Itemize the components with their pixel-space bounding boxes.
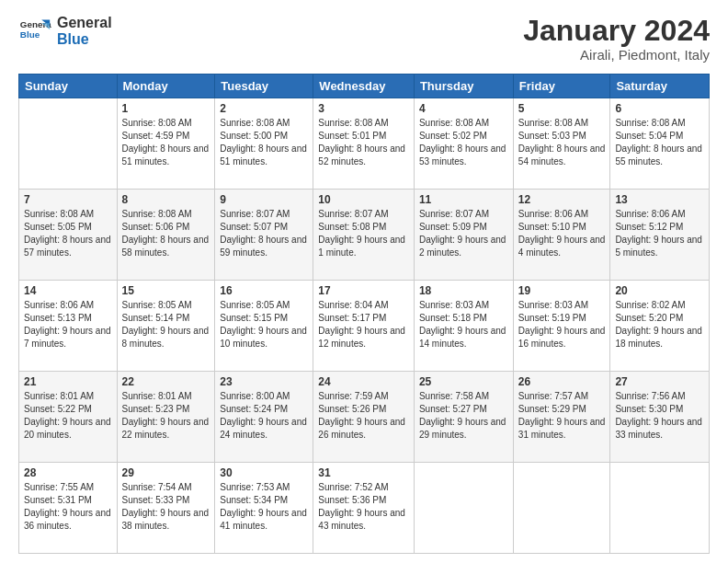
day-info: Sunrise: 7:55 AM Sunset: 5:31 PM Dayligh…: [24, 481, 112, 533]
page: General Blue General Blue January 2024 A…: [0, 0, 728, 563]
day-number: 21: [24, 375, 112, 388]
calendar-cell: 25Sunrise: 7:58 AM Sunset: 5:27 PM Dayli…: [414, 372, 513, 463]
day-info: Sunrise: 8:07 AM Sunset: 5:08 PM Dayligh…: [318, 208, 409, 259]
day-number: 22: [122, 375, 210, 388]
logo-blue-text: Blue: [57, 31, 112, 48]
header: General Blue General Blue January 2024 A…: [18, 15, 710, 63]
day-number: 1: [122, 102, 210, 115]
day-info: Sunrise: 7:56 AM Sunset: 5:30 PM Dayligh…: [615, 390, 704, 442]
col-header-friday: Friday: [513, 75, 610, 98]
calendar-cell: 18Sunrise: 8:03 AM Sunset: 5:18 PM Dayli…: [414, 281, 513, 372]
calendar-week-4: 21Sunrise: 8:01 AM Sunset: 5:22 PM Dayli…: [19, 372, 710, 463]
day-info: Sunrise: 8:03 AM Sunset: 5:18 PM Dayligh…: [419, 299, 508, 350]
day-info: Sunrise: 8:01 AM Sunset: 5:23 PM Dayligh…: [122, 390, 210, 442]
day-number: 15: [122, 284, 210, 297]
col-header-tuesday: Tuesday: [215, 75, 313, 98]
month-title: January 2024: [523, 15, 710, 47]
day-number: 3: [318, 102, 409, 115]
col-header-saturday: Saturday: [610, 75, 710, 98]
day-number: 19: [518, 284, 606, 297]
calendar-cell: 22Sunrise: 8:01 AM Sunset: 5:23 PM Dayli…: [117, 372, 215, 463]
calendar-cell: 3Sunrise: 8:08 AM Sunset: 5:01 PM Daylig…: [313, 98, 415, 190]
calendar-cell: 12Sunrise: 8:06 AM Sunset: 5:10 PM Dayli…: [513, 190, 610, 281]
day-number: 27: [615, 375, 704, 388]
day-info: Sunrise: 7:57 AM Sunset: 5:29 PM Dayligh…: [518, 390, 606, 442]
day-info: Sunrise: 8:08 AM Sunset: 5:05 PM Dayligh…: [24, 208, 112, 259]
day-info: Sunrise: 8:08 AM Sunset: 5:03 PM Dayligh…: [518, 117, 606, 168]
day-number: 13: [615, 193, 704, 206]
calendar-cell: 16Sunrise: 8:05 AM Sunset: 5:15 PM Dayli…: [215, 281, 313, 372]
calendar-cell: 1Sunrise: 8:08 AM Sunset: 4:59 PM Daylig…: [117, 98, 215, 190]
calendar-cell: 28Sunrise: 7:55 AM Sunset: 5:31 PM Dayli…: [19, 463, 118, 554]
day-number: 14: [24, 284, 112, 297]
day-info: Sunrise: 7:58 AM Sunset: 5:27 PM Dayligh…: [419, 390, 508, 442]
logo-icon: General Blue: [18, 15, 51, 48]
day-info: Sunrise: 8:06 AM Sunset: 5:10 PM Dayligh…: [518, 208, 606, 259]
calendar-cell: 17Sunrise: 8:04 AM Sunset: 5:17 PM Dayli…: [313, 281, 415, 372]
calendar-cell: 23Sunrise: 8:00 AM Sunset: 5:24 PM Dayli…: [215, 372, 313, 463]
day-number: 29: [122, 466, 210, 479]
calendar-cell: 24Sunrise: 7:59 AM Sunset: 5:26 PM Dayli…: [313, 372, 415, 463]
day-info: Sunrise: 8:08 AM Sunset: 5:02 PM Dayligh…: [419, 117, 508, 168]
col-header-wednesday: Wednesday: [313, 75, 415, 98]
day-number: 31: [318, 466, 409, 479]
day-number: 12: [518, 193, 606, 206]
day-info: Sunrise: 8:03 AM Sunset: 5:19 PM Dayligh…: [518, 299, 606, 350]
day-number: 4: [419, 102, 508, 115]
col-header-sunday: Sunday: [19, 75, 118, 98]
calendar-cell: 5Sunrise: 8:08 AM Sunset: 5:03 PM Daylig…: [513, 98, 610, 190]
day-number: 8: [122, 193, 210, 206]
day-number: 2: [220, 102, 308, 115]
calendar-cell: 27Sunrise: 7:56 AM Sunset: 5:30 PM Dayli…: [610, 372, 710, 463]
calendar-cell: 11Sunrise: 8:07 AM Sunset: 5:09 PM Dayli…: [414, 190, 513, 281]
logo: General Blue General Blue: [18, 15, 112, 48]
day-info: Sunrise: 8:07 AM Sunset: 5:09 PM Dayligh…: [419, 208, 508, 259]
calendar-cell: 4Sunrise: 8:08 AM Sunset: 5:02 PM Daylig…: [414, 98, 513, 190]
calendar-cell: [610, 463, 710, 554]
calendar-cell: 9Sunrise: 8:07 AM Sunset: 5:07 PM Daylig…: [215, 190, 313, 281]
calendar-cell: [414, 463, 513, 554]
day-info: Sunrise: 7:52 AM Sunset: 5:36 PM Dayligh…: [318, 481, 409, 533]
day-number: 6: [615, 102, 704, 115]
day-number: 16: [220, 284, 308, 297]
calendar-week-3: 14Sunrise: 8:06 AM Sunset: 5:13 PM Dayli…: [19, 281, 710, 372]
day-info: Sunrise: 7:54 AM Sunset: 5:33 PM Dayligh…: [122, 481, 210, 533]
calendar-cell: 2Sunrise: 8:08 AM Sunset: 5:00 PM Daylig…: [215, 98, 313, 190]
calendar-cell: 7Sunrise: 8:08 AM Sunset: 5:05 PM Daylig…: [19, 190, 118, 281]
calendar-cell: 14Sunrise: 8:06 AM Sunset: 5:13 PM Dayli…: [19, 281, 118, 372]
day-number: 24: [318, 375, 409, 388]
col-header-thursday: Thursday: [414, 75, 513, 98]
day-number: 28: [24, 466, 112, 479]
day-info: Sunrise: 8:05 AM Sunset: 5:15 PM Dayligh…: [220, 299, 308, 350]
calendar-cell: 6Sunrise: 8:08 AM Sunset: 5:04 PM Daylig…: [610, 98, 710, 190]
svg-text:Blue: Blue: [20, 29, 40, 40]
calendar-cell: [513, 463, 610, 554]
location-subtitle: Airali, Piedmont, Italy: [523, 47, 710, 63]
day-info: Sunrise: 8:08 AM Sunset: 4:59 PM Dayligh…: [122, 117, 210, 168]
calendar-cell: 13Sunrise: 8:06 AM Sunset: 5:12 PM Dayli…: [610, 190, 710, 281]
day-number: 17: [318, 284, 409, 297]
day-info: Sunrise: 7:59 AM Sunset: 5:26 PM Dayligh…: [318, 390, 409, 442]
calendar-week-2: 7Sunrise: 8:08 AM Sunset: 5:05 PM Daylig…: [19, 190, 710, 281]
day-info: Sunrise: 8:02 AM Sunset: 5:20 PM Dayligh…: [615, 299, 704, 350]
calendar-cell: 30Sunrise: 7:53 AM Sunset: 5:34 PM Dayli…: [215, 463, 313, 554]
day-number: 7: [24, 193, 112, 206]
day-info: Sunrise: 8:06 AM Sunset: 5:12 PM Dayligh…: [615, 208, 704, 259]
day-info: Sunrise: 8:08 AM Sunset: 5:01 PM Dayligh…: [318, 117, 409, 168]
day-info: Sunrise: 8:01 AM Sunset: 5:22 PM Dayligh…: [24, 390, 112, 442]
day-number: 5: [518, 102, 606, 115]
calendar-cell: 21Sunrise: 8:01 AM Sunset: 5:22 PM Dayli…: [19, 372, 118, 463]
day-number: 9: [220, 193, 308, 206]
day-number: 18: [419, 284, 508, 297]
logo-general-text: General: [57, 15, 112, 31]
calendar-table: SundayMondayTuesdayWednesdayThursdayFrid…: [18, 74, 710, 554]
title-block: January 2024 Airali, Piedmont, Italy: [523, 15, 710, 63]
col-header-monday: Monday: [117, 75, 215, 98]
calendar-week-1: 1Sunrise: 8:08 AM Sunset: 4:59 PM Daylig…: [19, 98, 710, 190]
calendar-cell: 15Sunrise: 8:05 AM Sunset: 5:14 PM Dayli…: [117, 281, 215, 372]
day-number: 26: [518, 375, 606, 388]
day-info: Sunrise: 8:00 AM Sunset: 5:24 PM Dayligh…: [220, 390, 308, 442]
day-info: Sunrise: 8:08 AM Sunset: 5:00 PM Dayligh…: [220, 117, 308, 168]
day-number: 30: [220, 466, 308, 479]
day-info: Sunrise: 8:06 AM Sunset: 5:13 PM Dayligh…: [24, 299, 112, 350]
